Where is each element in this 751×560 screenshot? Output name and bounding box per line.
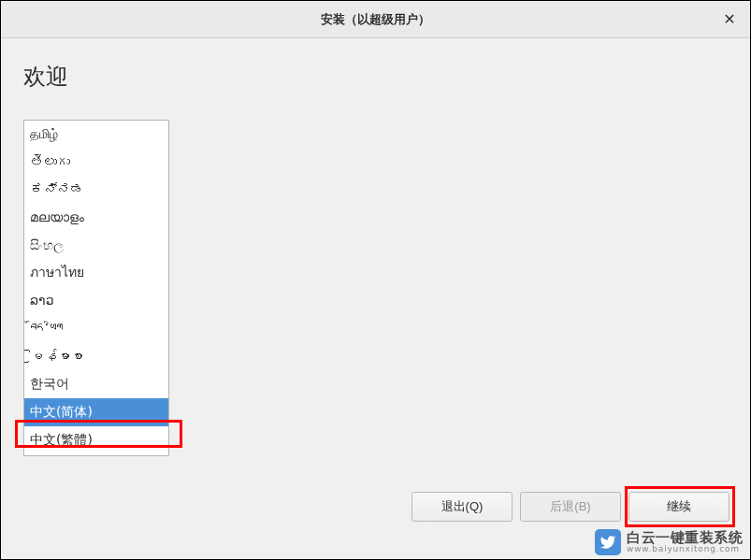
back-button[interactable]: 后退(B) bbox=[520, 492, 621, 522]
quit-button[interactable]: 退出(Q) bbox=[412, 492, 513, 522]
close-icon[interactable]: ✕ bbox=[720, 10, 739, 29]
language-item[interactable]: ಕನ್ನಡ bbox=[24, 176, 168, 204]
watermark-text: 白云一键重装系统 www.baiyunxitong.com bbox=[627, 530, 743, 554]
watermark-url: www.baiyunxitong.com bbox=[627, 545, 743, 554]
language-item[interactable]: 中文(繁體) bbox=[24, 426, 168, 454]
watermark-logo-icon bbox=[595, 529, 621, 555]
language-item[interactable]: தமிழ் bbox=[24, 121, 168, 149]
language-item[interactable]: മലയാളം bbox=[24, 204, 168, 232]
window-title: 安装（以超级用户） bbox=[321, 11, 430, 28]
language-item[interactable]: 日本語 bbox=[24, 453, 168, 456]
language-item[interactable]: မြန်မာစာ bbox=[24, 343, 168, 371]
language-item[interactable]: සිංහල bbox=[24, 232, 168, 260]
language-list[interactable]: தமிழ்తెలుగుಕನ್ನಡമലയാളംසිංහලภาษาไทยລາວབོད… bbox=[23, 120, 169, 456]
page-title: 欢迎 bbox=[23, 62, 729, 92]
language-item[interactable]: 한국어 bbox=[24, 370, 168, 398]
continue-button[interactable]: 继续 bbox=[628, 492, 729, 522]
language-item[interactable]: ภาษาไทย bbox=[24, 259, 168, 287]
language-item[interactable]: བོད་ཡིག bbox=[24, 315, 168, 343]
language-item[interactable]: ລາວ bbox=[24, 287, 168, 315]
button-bar: 退出(Q) 后退(B) 继续 bbox=[412, 492, 729, 522]
titlebar: 安装（以超级用户） ✕ bbox=[1, 1, 750, 38]
content-area: 欢迎 தமிழ்తెలుగుಕನ್ನಡമലയാളംසිංහලภาษาไทยລາວ… bbox=[1, 38, 750, 559]
language-item[interactable]: తెలుగు bbox=[24, 149, 168, 177]
watermark-title: 白云一键重装系统 bbox=[627, 530, 743, 546]
watermark: 白云一键重装系统 www.baiyunxitong.com bbox=[595, 529, 743, 555]
language-item[interactable]: 中文(简体) bbox=[24, 398, 168, 426]
